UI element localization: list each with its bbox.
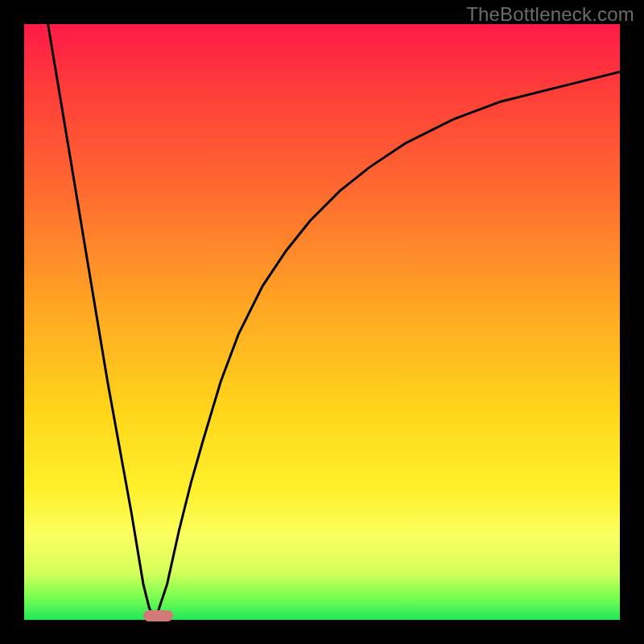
bottleneck-curve	[24, 24, 620, 620]
optimal-range-marker	[143, 610, 173, 621]
watermark-text: TheBottleneck.com	[466, 3, 634, 26]
chart-frame: TheBottleneck.com	[0, 0, 644, 644]
plot-area	[24, 24, 620, 620]
curve-path	[48, 24, 620, 620]
